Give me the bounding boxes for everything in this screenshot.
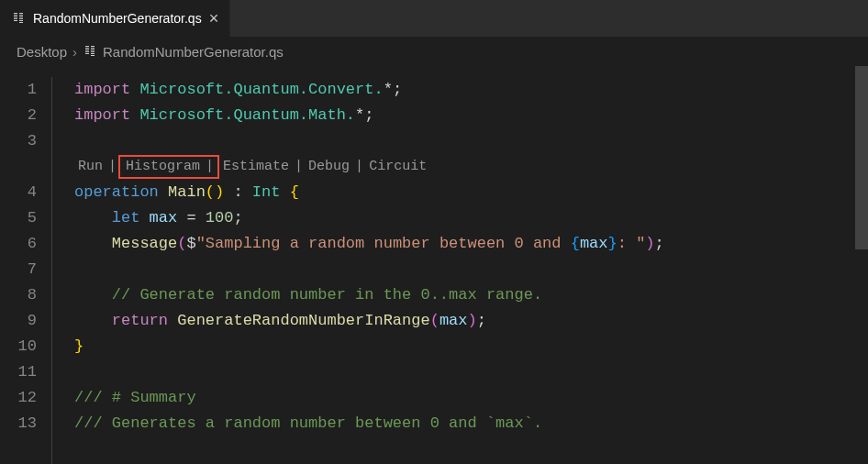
line-number: 1: [0, 77, 37, 103]
codelens-circuit[interactable]: Circuit: [365, 154, 430, 180]
close-icon[interactable]: ×: [209, 10, 219, 27]
line-number: 7: [0, 257, 37, 282]
line-number: 5: [0, 205, 37, 231]
editor-tab[interactable]: RandomNumberGenerator.qs ×: [0, 0, 230, 37]
line-number: 11: [0, 359, 37, 385]
file-icon: [11, 11, 26, 26]
line-number: 10: [0, 334, 37, 359]
codelens: Run|Histogram|Estimate|Debug|Circuit: [74, 154, 868, 180]
code-line[interactable]: /// Generates a random number between 0 …: [74, 411, 868, 436]
code-line[interactable]: /// # Summary: [74, 385, 868, 411]
code-line[interactable]: [74, 128, 868, 154]
line-number: [0, 154, 37, 180]
line-number: 12: [0, 385, 37, 411]
breadcrumb-file[interactable]: RandomNumberGenerator.qs: [103, 44, 284, 60]
line-number-gutter: 1 2 3 4 5 6 7 8 9 10 11 12 13: [0, 77, 51, 464]
code-line[interactable]: import Microsoft.Quantum.Convert.*;: [74, 77, 868, 103]
scrollbar-thumb[interactable]: [855, 66, 868, 249]
tab-bar: RandomNumberGenerator.qs ×: [0, 0, 868, 37]
line-number: 2: [0, 103, 37, 128]
breadcrumb[interactable]: Desktop › RandomNumberGenerator.qs: [0, 37, 868, 66]
code-line[interactable]: let max = 100;: [74, 205, 868, 231]
line-number: 8: [0, 282, 37, 308]
tab-bar-empty: [230, 0, 868, 37]
codelens-estimate[interactable]: Estimate: [219, 154, 293, 180]
line-number: 9: [0, 308, 37, 334]
line-number: 6: [0, 231, 37, 257]
line-number: 3: [0, 128, 37, 154]
line-number: 4: [0, 180, 37, 205]
code-area[interactable]: import Microsoft.Quantum.Convert.*; impo…: [51, 77, 868, 464]
code-line[interactable]: [74, 257, 868, 282]
code-line[interactable]: import Microsoft.Quantum.Math.*;: [74, 103, 868, 128]
code-line[interactable]: operation Main() : Int {: [74, 180, 868, 205]
highlight-box: Histogram|: [118, 155, 219, 179]
codelens-debug[interactable]: Debug: [305, 154, 353, 180]
file-icon: [83, 44, 97, 59]
codelens-histogram[interactable]: Histogram: [122, 159, 204, 174]
tab-filename: RandomNumberGenerator.qs: [33, 11, 202, 26]
line-number: 13: [0, 411, 37, 436]
code-line[interactable]: [74, 359, 868, 385]
code-line[interactable]: }: [74, 334, 868, 359]
code-line[interactable]: Message($"Sampling a random number betwe…: [74, 231, 868, 257]
scrollbar[interactable]: [855, 66, 868, 464]
breadcrumb-parent[interactable]: Desktop: [17, 44, 67, 60]
code-line[interactable]: // Generate random number in the 0..max …: [74, 282, 868, 308]
code-line[interactable]: return GenerateRandomNumberInRange(max);: [74, 308, 868, 334]
editor: 1 2 3 4 5 6 7 8 9 10 11 12 13 import Mic…: [0, 66, 868, 464]
chevron-right-icon: ›: [72, 44, 77, 60]
codelens-run[interactable]: Run: [74, 154, 106, 180]
